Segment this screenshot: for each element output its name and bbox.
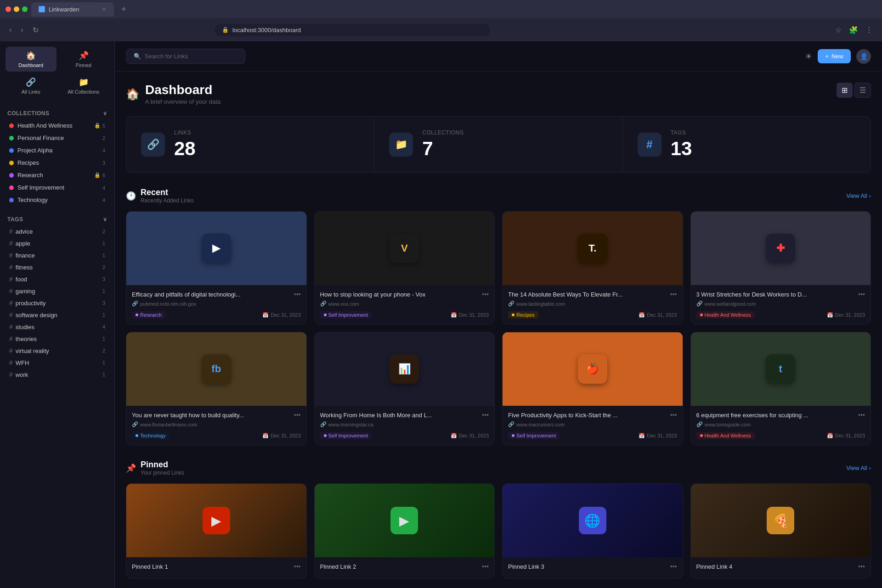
card-app-icon: 🍎	[578, 354, 607, 384]
sidebar-tag-0[interactable]: # advice 2	[6, 225, 109, 237]
sidebar-tag-10[interactable]: # virtual reality 2	[6, 345, 109, 357]
tags-header[interactable]: Tags ∨	[6, 213, 109, 225]
card-tag[interactable]: Technology	[132, 432, 170, 439]
sidebar-nav-pinned[interactable]: 📌 Pinned	[58, 47, 109, 72]
address-bar[interactable]: 🔒 localhost:3000/dashboard	[215, 24, 490, 36]
recent-card-6[interactable]: 🍎 Five Productivity Apps to Kick-Start t…	[502, 332, 683, 445]
collection-count: 3	[102, 160, 105, 166]
tag-name: Self Improvement	[516, 433, 556, 438]
collection-dot	[9, 136, 14, 140]
pinned-card-4-menu[interactable]: •••	[858, 563, 865, 570]
sidebar-tag-1[interactable]: # apple 1	[6, 237, 109, 249]
card-menu-icon[interactable]: •••	[482, 291, 489, 298]
tag-label: virtual reality	[16, 347, 49, 354]
refresh-button[interactable]: ↻	[31, 24, 40, 36]
pinned-card-1-menu[interactable]: •••	[294, 563, 301, 570]
recent-card-1[interactable]: V How to stop looking at your phone - Vo…	[314, 211, 495, 325]
recent-section-header: 🕐 Recent Recently Added Links View All ›	[126, 188, 871, 204]
recent-card-2[interactable]: T. The 14 Absolute Best Ways To Elevate …	[502, 211, 683, 325]
card-menu-icon[interactable]: •••	[670, 411, 677, 419]
pinned-card-3[interactable]: 🌐 Pinned Link 3 •••	[502, 483, 683, 579]
traffic-light-minimize[interactable]	[14, 6, 19, 12]
recent-view-all-label: View All	[846, 192, 867, 199]
sidebar-tag-3[interactable]: # fitness 2	[6, 261, 109, 273]
new-tab-button[interactable]: +	[118, 3, 130, 16]
browser-tab[interactable]: 🔗 Linkwarden ✕	[31, 2, 114, 17]
tags-stat-content: Tags 13	[671, 129, 692, 160]
tab-close-icon[interactable]: ✕	[102, 6, 107, 13]
card-tag[interactable]: Self Improvement	[508, 432, 560, 439]
sidebar-tag-6[interactable]: # productivity 3	[6, 297, 109, 309]
card-title-text: The 14 Absolute Best Ways To Elevate Fr.…	[508, 291, 668, 298]
card-menu-icon[interactable]: •••	[294, 291, 301, 298]
card-menu-icon[interactable]: •••	[858, 291, 865, 298]
card-tag[interactable]: Self Improvement	[320, 311, 372, 319]
traffic-light-maximize[interactable]	[22, 6, 28, 12]
back-button[interactable]: ‹	[7, 24, 13, 36]
sidebar-nav-dashboard[interactable]: 🏠 Dashboard	[6, 47, 57, 72]
collection-count: 6	[102, 173, 105, 178]
tag-count: 2	[102, 229, 105, 234]
forward-button[interactable]: ›	[19, 24, 25, 36]
bookmark-icon[interactable]: ☆	[833, 24, 843, 36]
sidebar-collection-4[interactable]: Research 🔒 6	[6, 169, 109, 181]
sidebar-tag-9[interactable]: # theories 1	[6, 333, 109, 345]
sidebar-collection-5[interactable]: Self Improvement 4	[6, 181, 109, 194]
pinned-card-2[interactable]: ▶ Pinned Link 2 •••	[314, 483, 495, 579]
sidebar-tag-11[interactable]: # WFH 1	[6, 357, 109, 369]
card-menu-icon[interactable]: •••	[294, 411, 301, 419]
sidebar-collection-2[interactable]: Project Alpha 4	[6, 144, 109, 157]
card-tag[interactable]: Health And Wellness	[696, 311, 755, 319]
sidebar-collection-6[interactable]: Technology 4	[6, 194, 109, 206]
tags-section: Tags ∨ # advice 2 # apple 1 # finance 1 …	[0, 210, 114, 384]
collection-dot	[9, 123, 14, 128]
pinned-card-3-menu[interactable]: •••	[670, 563, 677, 570]
card-tag[interactable]: Research	[132, 311, 165, 319]
sidebar-tag-5[interactable]: # gaming 1	[6, 285, 109, 297]
sidebar-tag-2[interactable]: # finance 1	[6, 249, 109, 261]
pinned-view-all-button[interactable]: View All ›	[846, 465, 871, 471]
avatar[interactable]: 👤	[856, 49, 871, 64]
add-new-button[interactable]: + New	[818, 49, 851, 63]
extensions-icon[interactable]: 🧩	[847, 24, 860, 36]
theme-toggle[interactable]: ☀	[805, 51, 812, 62]
sidebar-collection-0[interactable]: Health And Wellness 🔒 5	[6, 119, 109, 132]
recent-card-3[interactable]: ✚ 3 Wrist Stretches for Desk Workers to …	[690, 211, 871, 325]
pinned-card-2-menu[interactable]: •••	[482, 563, 489, 570]
sidebar-tag-8[interactable]: # studies 4	[6, 321, 109, 333]
all-collections-nav-label: All Collections	[68, 89, 99, 95]
grid-view-button[interactable]: ⊞	[837, 83, 853, 98]
collections-header[interactable]: Collections ∨	[6, 107, 109, 119]
recent-card-4[interactable]: fb You are never taught how to build qua…	[126, 332, 307, 445]
pinned-card-1-title: Pinned Link 1 •••	[132, 563, 301, 570]
recent-card-7[interactable]: t 6 equipment free exercises for sculpti…	[690, 332, 871, 445]
card-menu-icon[interactable]: •••	[670, 291, 677, 298]
menu-icon[interactable]: ⋮	[864, 24, 875, 36]
list-view-button[interactable]: ☰	[854, 83, 871, 98]
pinned-card-4[interactable]: 🍕 Pinned Link 4 •••	[690, 483, 871, 579]
calendar-icon: 📅	[451, 312, 457, 318]
sidebar-nav-all-links[interactable]: 🔗 All Links	[6, 73, 57, 98]
url-text: pubmed.ncbi.nlm.nih.gov	[140, 301, 196, 307]
card-tag[interactable]: Recipes	[508, 311, 538, 319]
card-menu-icon[interactable]: •••	[858, 411, 865, 419]
recent-card-0[interactable]: ▶ Efficacy and pitfalls of digital techn…	[126, 211, 307, 325]
recent-view-all-button[interactable]: View All ›	[846, 192, 871, 199]
tag-hash: #	[9, 275, 13, 283]
sidebar-tag-7[interactable]: # software design 1	[6, 309, 109, 321]
card-tag[interactable]: Self Improvement	[320, 432, 372, 439]
card-menu-icon[interactable]: •••	[482, 411, 489, 419]
sidebar-nav-all-collections[interactable]: 📁 All Collections	[58, 73, 109, 98]
sidebar-collection-3[interactable]: Recipes 3	[6, 157, 109, 169]
search-bar[interactable]: 🔍 Search for Links	[126, 49, 245, 64]
pinned-section: 📌 Pinned Your pinned Links View All ›	[126, 460, 871, 579]
sidebar-tag-4[interactable]: # food 3	[6, 273, 109, 285]
recent-card-5[interactable]: 📊 Working From Home Is Both More and L..…	[314, 332, 495, 445]
traffic-light-close[interactable]	[6, 6, 11, 12]
page-title-icon: 🏠	[126, 88, 140, 101]
tag-name: Health And Wellness	[705, 312, 751, 318]
pinned-card-1[interactable]: ▶ Pinned Link 1 •••	[126, 483, 307, 579]
sidebar-tag-12[interactable]: # work 1	[6, 369, 109, 381]
card-tag[interactable]: Health And Wellness	[696, 432, 755, 439]
sidebar-collection-1[interactable]: Personal Finance 2	[6, 132, 109, 144]
